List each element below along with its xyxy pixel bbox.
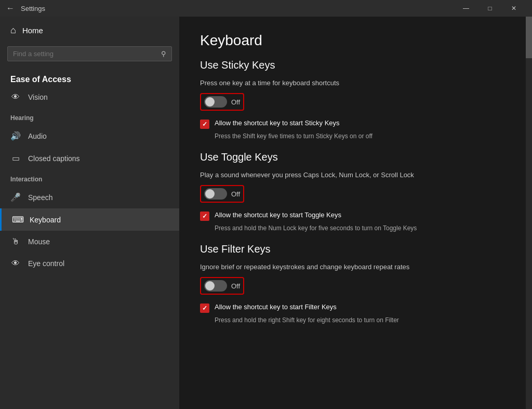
filter-keys-checkbox[interactable]: ✓ <box>200 304 209 313</box>
mouse-icon: 🖱 <box>10 237 21 246</box>
sticky-keys-heading: Use Sticky Keys <box>200 59 511 71</box>
minimize-button[interactable]: — <box>454 0 478 17</box>
checkmark-icon: ✓ <box>202 121 207 128</box>
filter-keys-checkbox-label: Allow the shortcut key to start Filter K… <box>215 303 337 311</box>
toggle-keys-heading: Use Toggle Keys <box>200 151 511 163</box>
sticky-keys-checkbox-row: ✓ Allow the shortcut key to start Sticky… <box>200 119 511 129</box>
sidebar-item-home[interactable]: ⌂ Home <box>0 17 179 44</box>
toggle-keys-toggle-wrapper[interactable]: Off <box>200 185 244 203</box>
sticky-keys-toggle-label: Off <box>231 98 240 106</box>
sidebar: ⌂ Home ⚲ Ease of Access 👁 Vision Hearing… <box>0 17 179 409</box>
sidebar-item-mouse[interactable]: 🖱 Mouse <box>0 231 179 253</box>
filter-keys-toggle-wrapper[interactable]: Off <box>200 277 244 295</box>
filter-keys-checkbox-row: ✓ Allow the shortcut key to start Filter… <box>200 303 511 313</box>
main-layout: ⌂ Home ⚲ Ease of Access 👁 Vision Hearing… <box>0 17 532 409</box>
toggle-keys-description: Play a sound whenever you press Caps Loc… <box>200 170 511 180</box>
sticky-keys-checkbox-sub: Press the Shift key five times to turn S… <box>215 132 511 141</box>
sticky-keys-description: Press one key at a time for keyboard sho… <box>200 78 511 88</box>
sidebar-item-eye-control[interactable]: 👁 Eye control <box>0 253 179 274</box>
sticky-keys-toggle[interactable] <box>204 96 227 108</box>
scrollbar-thumb[interactable] <box>526 17 532 58</box>
filter-keys-toggle[interactable] <box>204 280 227 292</box>
sidebar-home-label: Home <box>22 26 43 35</box>
sidebar-hearing-heading: Hearing <box>0 108 179 125</box>
sidebar-interaction-heading: Interaction <box>0 169 179 186</box>
home-icon: ⌂ <box>10 25 16 36</box>
sidebar-eye-control-label: Eye control <box>28 259 64 268</box>
filter-keys-toggle-label: Off <box>231 282 240 290</box>
filter-keys-toggle-row: Off <box>200 277 511 295</box>
titlebar-title: Settings <box>21 5 454 12</box>
speech-icon: 🎤 <box>10 192 21 202</box>
toggle-keys-checkbox-row: ✓ Allow the shortcut key to start Toggle… <box>200 211 511 221</box>
closed-captions-icon: ▭ <box>10 153 21 163</box>
filter-keys-checkbox-sub: Press and hold the right Shift key for e… <box>215 316 511 325</box>
sidebar-audio-label: Audio <box>28 132 47 140</box>
toggle-keys-checkbox-sub: Press and hold the Num Lock key for five… <box>215 224 511 233</box>
sidebar-item-speech[interactable]: 🎤 Speech <box>0 186 179 208</box>
sidebar-mouse-label: Mouse <box>28 238 50 246</box>
titlebar: ← Settings — □ ✕ <box>0 0 532 17</box>
sidebar-item-audio[interactable]: 🔊 Audio <box>0 125 179 147</box>
scrollbar-track[interactable] <box>526 17 532 409</box>
checkmark-icon-3: ✓ <box>202 305 207 312</box>
sticky-keys-toggle-wrapper[interactable]: Off <box>200 93 244 111</box>
sidebar-category-ease-of-access: Ease of Access <box>0 70 179 86</box>
window-controls: — □ ✕ <box>454 0 526 17</box>
vision-icon: 👁 <box>10 93 21 102</box>
search-input[interactable] <box>13 50 157 58</box>
sticky-keys-toggle-row: Off <box>200 93 511 111</box>
eye-control-icon: 👁 <box>10 259 21 268</box>
keyboard-icon: ⌨ <box>12 215 22 225</box>
close-button[interactable]: ✕ <box>502 0 526 17</box>
page-title: Keyboard <box>200 32 511 49</box>
maximize-button[interactable]: □ <box>478 0 502 17</box>
sidebar-keyboard-label: Keyboard <box>30 216 61 224</box>
toggle-keys-checkbox-label: Allow the shortcut key to start Toggle K… <box>215 211 341 219</box>
sidebar-item-closed-captions[interactable]: ▭ Closed captions <box>0 147 179 169</box>
filter-keys-toggle-knob <box>205 281 215 291</box>
toggle-keys-toggle[interactable] <box>204 188 227 200</box>
filter-keys-heading: Use Filter Keys <box>200 243 511 255</box>
audio-icon: 🔊 <box>10 131 21 141</box>
checkmark-icon-2: ✓ <box>202 213 207 220</box>
sidebar-item-keyboard[interactable]: ⌨ Keyboard <box>0 208 179 231</box>
sidebar-item-vision[interactable]: 👁 Vision <box>0 86 179 108</box>
search-icon: ⚲ <box>161 50 166 58</box>
sticky-keys-toggle-knob <box>205 97 215 107</box>
sidebar-closed-captions-label: Closed captions <box>28 154 80 163</box>
sidebar-speech-label: Speech <box>28 193 52 202</box>
toggle-keys-checkbox[interactable]: ✓ <box>200 212 209 221</box>
search-box[interactable]: ⚲ <box>7 46 172 61</box>
sticky-keys-checkbox[interactable]: ✓ <box>200 120 209 129</box>
toggle-keys-toggle-knob <box>205 189 215 199</box>
toggle-keys-toggle-label: Off <box>231 190 240 198</box>
content-area: Keyboard Use Sticky Keys Press one key a… <box>179 17 532 409</box>
toggle-keys-toggle-row: Off <box>200 185 511 203</box>
filter-keys-description: Ignore brief or repeated keystrokes and … <box>200 262 511 272</box>
sticky-keys-checkbox-label: Allow the shortcut key to start Sticky K… <box>215 119 340 127</box>
back-button[interactable]: ← <box>6 4 15 13</box>
sidebar-vision-label: Vision <box>28 93 48 101</box>
